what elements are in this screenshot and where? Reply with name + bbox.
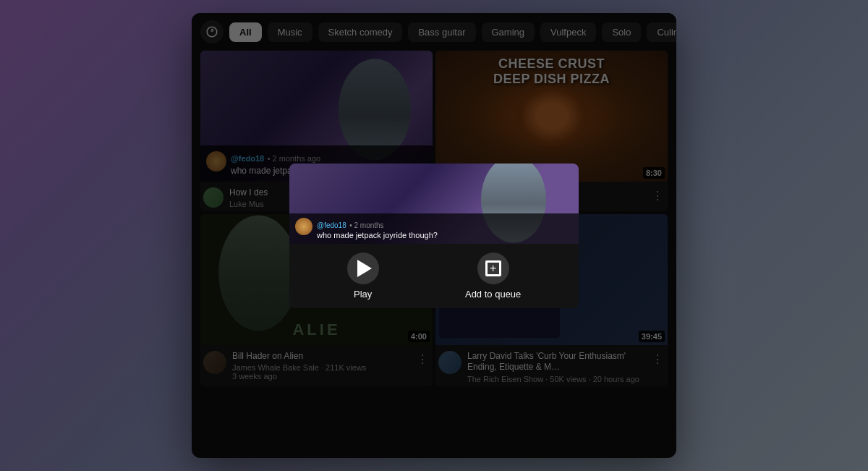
- overlay-comment-meta: • 2 months: [349, 221, 383, 229]
- add-to-queue-label: Add to queue: [465, 289, 521, 300]
- play-triangle-icon: [357, 260, 372, 277]
- queue-icon-circle: +: [477, 253, 509, 284]
- play-queue-overlay: @fedo18 • 2 months who made jetpack joyr…: [0, 0, 868, 471]
- overlay-comment-body: who made jetpack joyride though?: [317, 231, 573, 239]
- play-action-button[interactable]: Play: [347, 253, 379, 300]
- overlay-card: @fedo18 • 2 months who made jetpack joyr…: [289, 164, 579, 308]
- overlay-username: @fedo18: [317, 221, 346, 229]
- queue-plus-icon: +: [490, 263, 496, 274]
- overlay-comment: @fedo18 • 2 months who made jetpack joyr…: [289, 213, 579, 244]
- play-action-label: Play: [354, 289, 372, 300]
- play-icon-circle: [347, 253, 379, 284]
- overlay-actions: Play + Add to queue: [289, 244, 579, 308]
- add-to-queue-button[interactable]: + Add to queue: [465, 253, 521, 300]
- overlay-thumbnail: @fedo18 • 2 months who made jetpack joyr…: [289, 164, 579, 244]
- overlay-comment-text: @fedo18 • 2 months who made jetpack joyr…: [317, 218, 573, 239]
- overlay-avatar: [295, 218, 312, 235]
- queue-icon: +: [485, 260, 501, 276]
